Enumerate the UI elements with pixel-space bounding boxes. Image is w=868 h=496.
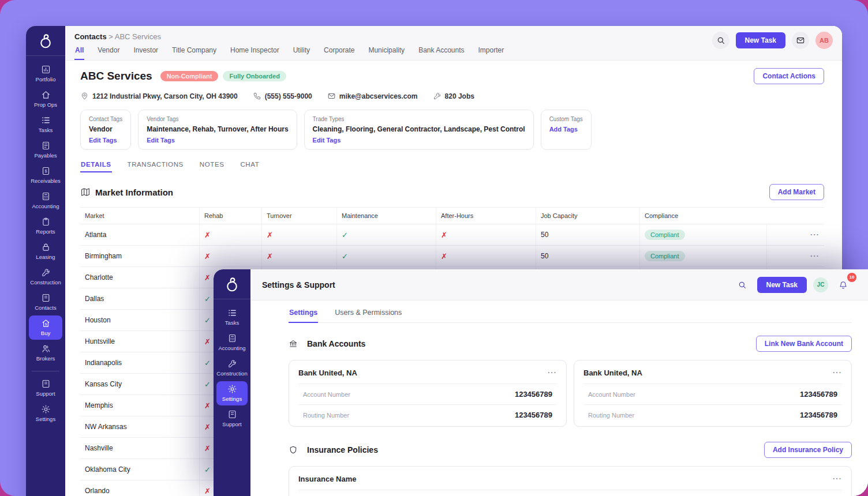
sidebar-item[interactable]: Construction [29,265,62,289]
sidebar-item[interactable]: Accounting [216,330,248,355]
search-button[interactable] [712,32,729,49]
contact-filter-tab[interactable]: Bank Accounts [418,46,465,60]
new-task-button[interactable]: New Task [736,32,785,48]
more-options-icon[interactable]: ⋯ [547,368,557,377]
new-task-button[interactable]: New Task [757,277,807,293]
tag-card-action-link[interactable]: Add Tags [549,126,583,133]
app-logo[interactable] [214,269,250,299]
link-new-bank-account-button[interactable]: Link New Bank Account [756,336,852,352]
book-icon [41,379,51,389]
app-logo[interactable] [26,26,65,56]
pin-icon [80,92,89,100]
shield-icon [289,445,298,454]
market-table-header: MarketRehabTurnoverMaintenanceAfter-Hour… [80,208,824,224]
tag-card: Vendor Tags Maintenance, Rehab, Turnover… [138,110,297,150]
sidebar-item[interactable]: Receivables [29,163,62,187]
sidebar-item[interactable]: Tasks [29,112,62,137]
contact-filter-tab[interactable]: Home Inspector [230,46,280,60]
list-icon [227,308,237,318]
tag-card-action-link[interactable]: Edit Tags [89,137,122,144]
contact-filter-tab[interactable]: Corporate [323,46,355,60]
rehab-mark: ✗ [204,231,211,239]
sidebar-item-label: Receivables [31,178,61,184]
sidebar-item[interactable]: Settings [216,381,248,405]
more-options-icon[interactable]: ⋯ [810,251,820,261]
bank-account-card: Bank United, NA ⋯ Account Number 1234567… [574,360,852,427]
house-dollar-icon [41,318,51,328]
settings-tab[interactable]: Users & Permissions [334,307,402,323]
sidebar-item[interactable]: Brokers [29,341,62,365]
sidebar-item[interactable]: Construction [216,356,248,380]
rehab-mark: ✓ [204,380,211,389]
tag-card-value: Cleaning, Flooring, General Contractor, … [313,125,525,133]
sidebar-item[interactable]: Support [29,376,62,400]
search-button[interactable] [734,276,751,294]
user-avatar[interactable]: JC [813,277,828,292]
bank-accounts-title: Bank Accounts [307,339,365,348]
contact-actions-button[interactable]: Contact Actions [754,68,824,84]
tag-card-action-link[interactable]: Edit Tags [313,137,525,144]
compliance-badge: Compliant [645,251,685,261]
add-market-button[interactable]: Add Market [769,184,824,200]
market-cell: Charlotte [80,267,199,288]
rehab-mark: ✓ [204,316,211,325]
contact-filter-tab[interactable]: Importer [478,46,505,60]
dollar-doc-icon [41,166,51,176]
sidebar-item-label: Accounting [218,345,245,351]
table-row[interactable]: Atlanta ✗ ✗ ✓ ✗ 50 Compliant ⋯ [80,224,824,246]
maintenance-mark: ✓ [342,252,348,261]
market-cell: Kansas City [80,374,199,394]
sidebar-item[interactable]: Settings [29,401,62,426]
market-cell: Dallas [80,288,199,309]
sidebar-item[interactable]: Payables [29,138,62,162]
rehab-mark: ✗ [204,423,211,431]
user-avatar[interactable]: AB [815,32,833,49]
doc-icon [41,141,51,151]
more-options-icon[interactable]: ⋯ [832,474,842,483]
sidebar-item-label: Support [36,390,55,397]
tag-card: Custom Tags Add Tags [541,110,592,150]
sidebar-item[interactable]: Portfolio [29,62,62,86]
insurance-policies-title: Insurance Policies [307,445,378,454]
home-icon [41,90,51,100]
detail-tab[interactable]: CHAT [240,161,260,172]
sidebar-item[interactable]: Accounting [29,189,62,213]
more-options-icon[interactable]: ⋯ [832,368,842,377]
breadcrumb-current: ABC Services [115,32,161,41]
sidebar-item-label: Tasks [225,320,239,326]
sidebar-item[interactable]: Tasks [216,305,248,329]
bank-name: Bank United, NA [298,369,357,377]
table-row[interactable]: Birmingham ✗ ✗ ✓ ✗ 50 Compliant ⋯ [80,246,824,267]
rehab-mark: ✓ [204,295,211,303]
market-cell: NW Arkansas [80,416,199,437]
sidebar-item[interactable]: Prop Ops [29,87,62,111]
detail-tab[interactable]: DETAILS [80,161,112,172]
wrench-icon [41,268,51,277]
contact-badges: Non-CompliantFully Onboarded [160,71,286,81]
sidebar-item[interactable]: Reports [29,214,62,238]
contact-filter-tab[interactable]: Investor [133,46,159,60]
tag-card-action-link[interactable]: Edit Tags [147,137,288,144]
contact-filter-tab[interactable]: Utility [293,46,310,60]
add-insurance-policy-button[interactable]: Add Insurance Policy [764,442,852,458]
breadcrumb-parent[interactable]: Contacts [74,32,107,41]
page-title: ABC Services [80,70,152,82]
status-badge: Fully Onboarded [223,71,286,81]
more-options-icon[interactable]: ⋯ [810,230,820,239]
sidebar-item[interactable]: Buy [29,315,62,340]
rehab-mark: ✗ [204,444,211,453]
bank-icon [289,339,298,348]
settings-tab[interactable]: Settings [289,307,318,323]
mail-button[interactable] [792,32,809,49]
detail-tab[interactable]: NOTES [199,161,225,172]
sidebar-item[interactable]: Contacts [29,290,62,314]
contact-filter-tab[interactable]: Vendor [97,46,120,60]
contact-info-item: 820 Jobs [433,92,474,100]
detail-tab[interactable]: TRANSACTIONS [127,161,184,172]
contact-filter-tab[interactable]: Title Company [171,46,217,60]
contact-filter-tab[interactable]: All [74,46,84,60]
insurance-card: Insurance Name ⋯ Carrier State Farm Cove… [289,466,852,496]
contact-filter-tab[interactable]: Municipality [368,46,405,60]
sidebar-item[interactable]: Support [216,407,248,431]
sidebar-item[interactable]: Leasing [29,239,62,264]
